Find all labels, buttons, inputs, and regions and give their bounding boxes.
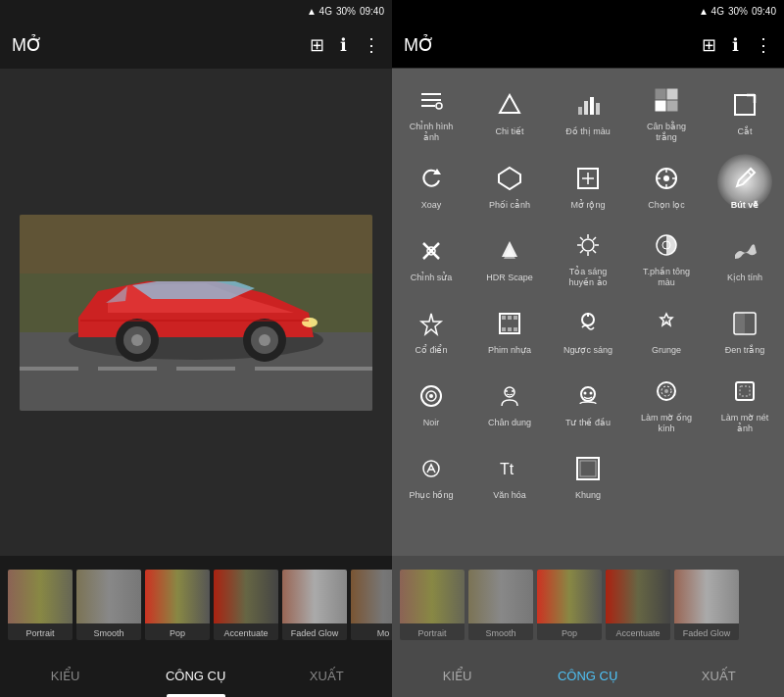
tool-label: Cổ điển [415, 345, 447, 356]
thumbnail-label: Faded Glow [282, 628, 347, 638]
tool-grunge[interactable]: Grunge [627, 296, 706, 364]
den-trang-icon [727, 306, 762, 341]
thumbnail-mo[interactable]: Mo [351, 570, 392, 640]
chon-loc-icon [649, 161, 684, 196]
thumbnail-smooth[interactable]: Smooth [76, 570, 141, 640]
tool-label: HDR Scape [486, 273, 533, 283]
right-toolbar: MỞ ⊞ ℹ ⋮ [392, 22, 784, 69]
thumbnail-label: Smooth [76, 628, 141, 638]
thumbnail-label: Portrait [8, 628, 73, 638]
noir-icon [414, 378, 449, 414]
tool-kich-tinh[interactable]: Kịch tính [706, 218, 784, 296]
svg-rect-72 [734, 313, 745, 334]
right-thumbnail-5[interactable]: Faded Glow [674, 570, 739, 640]
chan-dung-icon [492, 378, 527, 414]
svg-rect-86 [740, 386, 750, 396]
tool-chon-loc[interactable]: Chọn lọc [627, 151, 706, 219]
svg-rect-67 [508, 327, 512, 331]
phoi-canh-icon [492, 161, 527, 196]
svg-line-57 [593, 237, 596, 240]
more-icon[interactable]: ⋮ [363, 34, 380, 56]
svg-rect-68 [514, 327, 517, 331]
right-layers-icon[interactable]: ⊞ [702, 34, 716, 56]
tool-khung[interactable]: Khung [549, 441, 627, 509]
tool-noir[interactable]: Noir [392, 364, 470, 442]
tools-grid: Chỉnh hìnhảnh Chi tiết Đồ thị màu [392, 73, 784, 509]
svg-rect-64 [508, 316, 512, 320]
tool-phoi-canh[interactable]: Phối cảnh [470, 151, 549, 219]
left-thumbnail-strip: Portrait Smooth Pop Accentuate Faded Glo… [0, 556, 392, 654]
left-time: 09:40 [360, 6, 384, 17]
left-nav-xuat[interactable]: XUẤT [262, 654, 392, 697]
chi-tiet-icon [492, 87, 527, 123]
grunge-icon [649, 306, 684, 341]
thumbnail-label: Mo [351, 628, 392, 638]
svg-rect-29 [667, 101, 677, 111]
phim-nhua-icon [492, 306, 527, 341]
tool-can-bang-trang[interactable]: Cân bằngtrắng [627, 73, 706, 151]
info-icon[interactable]: ℹ [340, 34, 347, 56]
tool-van-hoa[interactable]: Tt Văn hóa [470, 441, 549, 509]
thumbnail-faded-glow[interactable]: Faded Glow [282, 570, 347, 640]
tool-tu-the-dau[interactable]: Tư thế đầu [549, 364, 627, 442]
svg-rect-66 [502, 327, 506, 331]
tool-mo-rong[interactable]: Mở rộng [549, 151, 627, 219]
tool-cat[interactable]: Cắt [706, 73, 784, 151]
tool-label: Bút vẽ [731, 200, 760, 211]
svg-point-16 [302, 318, 318, 327]
tool-lam-mo-ong-kinh[interactable]: Làm mờ ốngkính [627, 364, 706, 442]
left-nav-kieu[interactable]: KIỂU [0, 654, 130, 697]
tool-phim-nhua[interactable]: Phim nhựa [470, 296, 549, 364]
tool-chinh-sua[interactable]: Chỉnh sửa [392, 218, 470, 296]
right-toolbar-icons: ⊞ ℹ ⋮ [702, 34, 772, 56]
right-nav-xuat[interactable]: XUẤT [654, 654, 784, 697]
tool-lam-mo-net-anh[interactable]: Làm mờ nétảnh [706, 364, 784, 442]
tool-xoay[interactable]: Xoay [392, 151, 470, 219]
left-nav-cong-cu[interactable]: CÔNG CỤ [130, 654, 261, 697]
thumbnail-portrait[interactable]: Portrait [8, 570, 73, 640]
thumbnail-accentuate[interactable]: Accentuate [214, 570, 278, 640]
tool-label: Phối cảnh [489, 200, 530, 211]
right-thumb-label: Accentuate [606, 628, 670, 638]
right-more-icon[interactable]: ⋮ [755, 34, 772, 56]
tool-label: Đen trắng [725, 345, 765, 356]
tool-chan-dung[interactable]: Chân dung [470, 364, 549, 442]
right-thumbnail-1[interactable]: Portrait [400, 570, 465, 640]
tool-label: Tỏa sánghuyền ảo [568, 267, 607, 288]
right-nav-cong-cu[interactable]: CÔNG CỤ [522, 654, 653, 697]
thumbnail-pop[interactable]: Pop [145, 570, 210, 640]
right-thumbnail-2[interactable]: Smooth [468, 570, 533, 640]
tool-do-thi-mau[interactable]: Đồ thị màu [549, 73, 627, 151]
right-thumbnail-3[interactable]: Pop [537, 570, 602, 640]
tool-t-phan-tong-mau[interactable]: T.phần tôngmàu [627, 218, 706, 296]
right-thumbnail-4[interactable]: Accentuate [606, 570, 670, 640]
tool-co-dien[interactable]: Cổ điển [392, 296, 470, 364]
co-dien-icon [414, 306, 449, 341]
chinh-sua-icon [414, 233, 449, 269]
right-panel: ▲ 4G 30% 09:40 MỞ ⊞ ℹ ⋮ Chỉnh hìnhảnh [392, 0, 784, 697]
tool-label: Chi tiết [495, 126, 523, 137]
tool-hdr-scape[interactable]: HDR Scape [470, 218, 549, 296]
tool-label: Đồ thị màu [565, 126, 611, 137]
tool-den-trang[interactable]: Đen trắng [706, 296, 784, 364]
layers-icon[interactable]: ⊞ [310, 34, 324, 56]
svg-rect-22 [578, 107, 582, 115]
tool-toa-sang-huyen-ao[interactable]: Tỏa sánghuyền ảo [549, 218, 627, 296]
thumbnail-label: Pop [145, 628, 210, 638]
right-nav-kieu[interactable]: KIỂU [392, 654, 522, 697]
tool-but-ve[interactable]: Bút vẽ [706, 151, 784, 219]
svg-rect-25 [596, 103, 600, 115]
tu-the-dau-icon [570, 378, 606, 414]
tool-phuc-hong[interactable]: Phục hồng [392, 441, 470, 509]
svg-rect-2 [20, 367, 78, 371]
tool-nguoc-sang[interactable]: Ngược sáng [549, 296, 627, 364]
svg-point-20 [436, 103, 442, 109]
tool-label: Cắt [738, 126, 753, 137]
tool-label: Phim nhựa [488, 345, 531, 356]
tool-chinh-hinh-anh[interactable]: Chỉnh hìnhảnh [392, 73, 470, 151]
right-thumbnail-strip: Portrait Smooth Pop Accentuate Faded Glo… [392, 556, 784, 654]
right-info-icon[interactable]: ℹ [732, 34, 739, 56]
right-thumb-label: Pop [537, 628, 602, 638]
svg-point-78 [512, 390, 514, 392]
tool-chi-tiet[interactable]: Chi tiết [470, 73, 549, 151]
